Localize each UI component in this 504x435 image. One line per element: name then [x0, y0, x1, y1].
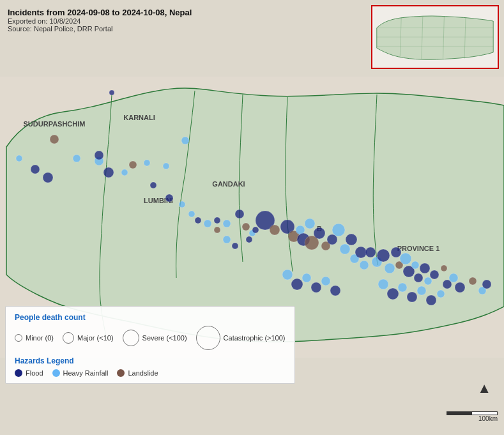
svg-point-44: [305, 218, 315, 229]
svg-point-76: [291, 279, 303, 290]
landslide-dot: [117, 369, 125, 377]
svg-point-61: [400, 253, 411, 264]
flood-dot: [15, 369, 22, 377]
catastrophic-label: Catastrophic (>100): [224, 334, 286, 342]
svg-point-78: [311, 282, 321, 293]
svg-point-81: [378, 279, 388, 289]
svg-point-25: [188, 211, 195, 217]
svg-point-59: [391, 247, 401, 257]
flood-label: Flood: [26, 369, 43, 377]
svg-point-85: [417, 286, 426, 295]
svg-point-72: [469, 277, 477, 285]
map-container: SUDURPASHCHIM KARNALI LUMBINI GANDAKI B …: [0, 0, 504, 435]
svg-point-79: [321, 277, 330, 286]
svg-point-66: [424, 277, 432, 285]
scale-bar: 100km: [447, 409, 498, 422]
svg-point-13: [73, 155, 80, 162]
svg-point-46: [314, 227, 325, 239]
svg-point-33: [246, 236, 252, 243]
source-label: Source: Nepal Police, DRR Portal: [8, 25, 192, 33]
svg-text:SUDURPASHCHIM: SUDURPASHCHIM: [24, 120, 86, 128]
svg-point-63: [411, 261, 419, 269]
svg-point-65: [420, 263, 430, 273]
svg-point-21: [181, 137, 189, 144]
svg-point-16: [103, 167, 114, 178]
svg-point-86: [426, 295, 436, 305]
rainfall-dot: [52, 369, 60, 377]
svg-point-71: [455, 282, 465, 293]
severe-label: Severe (<100): [142, 334, 187, 342]
svg-point-20: [163, 163, 169, 169]
north-arrow: ▲: [477, 380, 491, 397]
svg-point-15: [95, 151, 103, 160]
title-block: Incidents from 2024-09-08 to 2024-10-08,…: [8, 8, 192, 33]
svg-point-87: [437, 290, 445, 298]
rainfall-legend-item: Heavy Rainfall: [52, 369, 109, 377]
svg-text:KARNALI: KARNALI: [123, 114, 155, 121]
legend-major: Major (<10): [63, 332, 114, 344]
svg-point-67: [430, 270, 439, 279]
north-arrow-symbol: ▲: [477, 380, 491, 397]
svg-point-82: [387, 288, 399, 300]
severe-circle: [123, 330, 139, 346]
landslide-legend-item: Landslide: [117, 369, 158, 377]
svg-point-24: [179, 201, 185, 208]
svg-point-17: [121, 169, 128, 176]
svg-point-29: [223, 220, 231, 227]
svg-text:PROVINCE 1: PROVINCE 1: [397, 245, 440, 252]
svg-point-77: [302, 273, 311, 282]
svg-point-30: [235, 210, 244, 218]
svg-point-23: [165, 194, 173, 202]
svg-point-34: [252, 227, 259, 233]
hazards-title: Hazards Legend: [15, 356, 286, 365]
svg-point-51: [346, 234, 357, 245]
exported-label: Exported on: 10/8/2024: [8, 17, 192, 25]
major-circle: [63, 332, 74, 344]
svg-point-27: [204, 220, 211, 227]
svg-point-75: [282, 270, 293, 280]
inset-map: [371, 5, 499, 69]
svg-point-8: [109, 90, 114, 95]
svg-point-12: [50, 135, 59, 144]
scale-label: 100km: [478, 415, 498, 422]
svg-point-80: [330, 286, 340, 296]
legend-catastrophic: Catastrophic (>100): [196, 326, 286, 350]
svg-point-57: [377, 249, 390, 262]
svg-point-74: [482, 280, 491, 289]
minor-label: Minor (0): [26, 334, 54, 342]
death-count-title: People death count: [15, 313, 286, 322]
svg-point-58: [385, 263, 395, 273]
catastrophic-circle: [196, 326, 220, 350]
svg-point-68: [441, 265, 447, 271]
landslide-label: Landslide: [128, 369, 158, 377]
flood-legend-item: Flood: [15, 369, 43, 377]
svg-point-55: [365, 247, 376, 257]
svg-point-26: [195, 217, 201, 224]
svg-point-11: [43, 172, 53, 183]
svg-point-18: [129, 161, 137, 169]
svg-point-36: [223, 236, 231, 243]
minor-circle: [15, 334, 22, 342]
svg-point-83: [398, 283, 407, 292]
legend-box: People death count Minor (0) Major (<10)…: [5, 306, 295, 384]
svg-point-10: [31, 165, 40, 174]
legend-minor: Minor (0): [15, 334, 54, 342]
svg-point-39: [270, 225, 280, 235]
svg-point-53: [355, 247, 367, 258]
heavy-rainfall-label: Heavy Rainfall: [63, 369, 109, 377]
svg-point-70: [449, 273, 458, 282]
legend-severe: Severe (<100): [123, 330, 187, 346]
svg-point-19: [144, 160, 150, 166]
svg-point-22: [150, 182, 157, 188]
svg-point-9: [16, 155, 22, 162]
death-count-legend: Minor (0) Major (<10) Severe (<100) Cata…: [15, 326, 286, 350]
svg-text:GANDAKI: GANDAKI: [212, 180, 245, 188]
svg-point-49: [332, 224, 345, 236]
svg-point-84: [407, 292, 417, 302]
svg-point-64: [414, 273, 423, 282]
map-title: Incidents from 2024-09-08 to 2024-10-08,…: [8, 8, 192, 17]
svg-point-37: [232, 243, 238, 249]
svg-point-28: [214, 217, 220, 224]
svg-point-31: [242, 223, 250, 231]
svg-point-48: [327, 234, 337, 245]
